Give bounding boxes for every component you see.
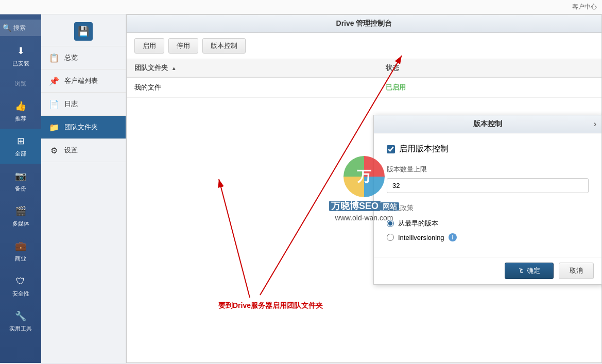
menu-item-client-list[interactable]: 📌 客户端列表 [41, 70, 126, 93]
browse-section-label: 浏览 [15, 80, 26, 88]
all-icon: ⊞ [14, 135, 27, 147]
top-nav: 客户中心 [0, 0, 602, 14]
confirm-text: 确定 [527, 267, 540, 274]
sidebar-item-installed[interactable]: ⬇ 已安装 [0, 39, 41, 74]
radio-intelliversioning-row: Intelliversioning i [387, 233, 589, 241]
sidebar-icons: 🔍 ⬇ 已安装 浏览 👍 推荐 ⊞ 全部 📷 备份 🎬 多媒体 💼 [0, 14, 41, 363]
sidebar-item-label: 备份 [15, 185, 26, 193]
close-icon[interactable]: › [594, 119, 596, 129]
enable-vc-checkbox[interactable] [387, 145, 395, 153]
drive-panel-header: Drive 管理控制台 [127, 15, 601, 33]
search-icon: 🔍 [3, 24, 11, 32]
enable-vc-row: 启用版本控制 [387, 144, 589, 154]
sidebar-item-label: 安全性 [12, 290, 29, 298]
backup-icon: 📷 [14, 170, 27, 182]
settings-icon: ⚙ [49, 145, 59, 155]
installed-icon: ⬇ [14, 45, 27, 57]
team-folder-icon: 📁 [49, 122, 59, 132]
sidebar-item-label: 多媒体 [12, 220, 29, 228]
menu-item-settings[interactable]: ⚙ 设置 [41, 139, 126, 162]
menu-item-label: 总览 [64, 53, 78, 62]
search-bar[interactable]: 🔍 [0, 20, 41, 36]
folder-status: 已启用 [378, 77, 534, 98]
cancel-button[interactable]: 取消 [559, 263, 594, 279]
sidebar-item-backup[interactable]: 📷 备份 [0, 164, 41, 199]
version-control-button[interactable]: 版本控制 [202, 38, 246, 54]
col-folder-header: 团队文件夹 ▲ [127, 59, 378, 77]
sidebar-item-label: 商业 [15, 255, 26, 263]
vc-dialog-body: 启用版本控制 版本数量上限 轮换政策 从最早的版本 Intelliversion… [374, 133, 601, 257]
vc-dialog-title: 版本控制 [473, 119, 502, 128]
drive-table: 团队文件夹 ▲ 状态 我的文件 已启用 [127, 59, 601, 98]
rotation-policy-label: 轮换政策 [387, 203, 589, 213]
sidebar-item-label: 实用工具 [9, 325, 32, 333]
sidebar-item-recommend[interactable]: 👍 推荐 [0, 94, 41, 129]
menu-item-label: 日志 [64, 99, 78, 109]
radio-intelliversioning-label[interactable]: Intelliversioning [398, 234, 444, 241]
search-input[interactable] [13, 24, 39, 31]
security-icon: 🛡 [14, 275, 27, 287]
sidebar-menu: 💾 📋 总览 📌 客户端列表 📄 日志 📁 团队文件夹 ⚙ 设置 [41, 14, 126, 363]
vc-dialog-header: 版本控制 › [374, 115, 601, 133]
menu-item-team-folder[interactable]: 📁 团队文件夹 [41, 116, 126, 139]
menu-item-overview[interactable]: 📋 总览 [41, 46, 126, 70]
annotation-text: 要到Drive服务器启用团队文件夹 [216, 300, 325, 311]
recommend-icon: 👍 [14, 100, 27, 112]
main-container: 🔍 ⬇ 已安装 浏览 👍 推荐 ⊞ 全部 📷 备份 🎬 多媒体 💼 [0, 14, 602, 363]
client-list-icon: 📌 [49, 76, 59, 86]
menu-item-label: 团队文件夹 [64, 123, 98, 132]
info-icon[interactable]: i [449, 233, 457, 241]
sidebar-item-label: 全部 [15, 150, 26, 158]
folder-name: 我的文件 [127, 77, 378, 98]
confirm-button[interactable]: 🖱 确定 [505, 263, 554, 279]
sidebar-item-all[interactable]: ⊞ 全部 [0, 129, 41, 164]
drive-panel-title: Drive 管理控制台 [336, 19, 392, 27]
col-extra-header [534, 59, 601, 77]
sidebar-item-browse[interactable]: 浏览 [0, 74, 41, 94]
radio-intelliversioning[interactable] [387, 234, 394, 241]
sidebar-item-business[interactable]: 💼 商业 [0, 234, 41, 269]
sort-arrow-icon: ▲ [171, 65, 177, 71]
radio-earliest-row: 从最早的版本 [387, 219, 589, 228]
main-content: Drive 管理控制台 启用 停用 版本控制 团队文件夹 ▲ 状态 [126, 14, 602, 363]
sidebar-item-label: 推荐 [15, 115, 26, 123]
max-versions-input[interactable] [387, 178, 589, 193]
sidebar-item-multimedia[interactable]: 🎬 多媒体 [0, 199, 41, 234]
menu-item-label: 设置 [64, 146, 78, 155]
overview-icon: 📋 [49, 53, 59, 63]
confirm-label: 🖱 [518, 267, 525, 274]
sidebar-item-tools[interactable]: 🔧 实用工具 [0, 304, 41, 339]
disable-button[interactable]: 停用 [168, 38, 198, 54]
sidebar-item-security[interactable]: 🛡 安全性 [0, 269, 41, 304]
col-status-header: 状态 [378, 59, 534, 77]
log-icon: 📄 [49, 99, 59, 109]
drive-app-icon: 💾 [74, 22, 93, 41]
menu-item-label: 客户端列表 [64, 76, 98, 85]
business-icon: 💼 [14, 240, 27, 252]
tools-icon: 🔧 [14, 310, 27, 322]
enable-vc-label[interactable]: 启用版本控制 [399, 144, 449, 154]
multimedia-icon: 🎬 [14, 205, 27, 217]
version-control-dialog: 版本控制 › 启用版本控制 版本数量上限 轮换政策 从最早的版本 [373, 115, 602, 285]
table-row: 我的文件 已启用 [127, 77, 601, 98]
enable-button[interactable]: 启用 [134, 38, 164, 54]
radio-earliest-label[interactable]: 从最早的版本 [398, 219, 438, 228]
nav-text: 客户中心 [572, 3, 597, 10]
radio-earliest[interactable] [387, 220, 394, 227]
drive-toolbar: 启用 停用 版本控制 [127, 33, 601, 59]
sidebar-item-label: 已安装 [12, 60, 29, 67]
menu-item-log[interactable]: 📄 日志 [41, 93, 126, 116]
max-versions-label: 版本数量上限 [387, 165, 589, 174]
vc-dialog-footer: 🖱 确定 取消 [374, 257, 601, 284]
